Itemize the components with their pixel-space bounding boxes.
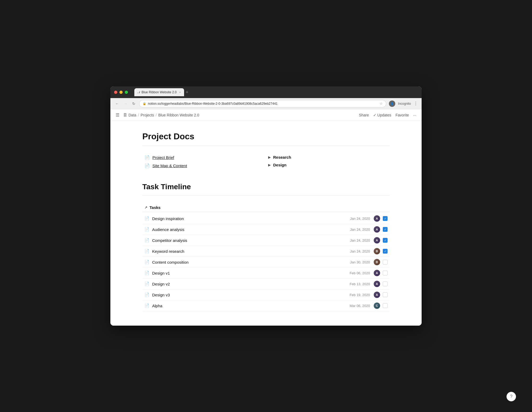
table-row[interactable]: 📄 Design v1 Feb 06, 2020 A xyxy=(142,268,390,279)
toolbar-actions: Share ✓ Updates Favorite ··· xyxy=(359,113,416,117)
task-name: Design inspiration xyxy=(152,216,350,221)
sitemap-label: Site Map & Content xyxy=(152,163,187,168)
tasks-header[interactable]: ↗ Tasks xyxy=(142,203,390,212)
docs-grid: 📄 Project Brief 📄 Site Map & Content ▶ R… xyxy=(142,153,390,170)
task-doc-icon: 📄 xyxy=(144,227,149,232)
share-btn[interactable]: Share xyxy=(359,113,369,117)
timeline-divider xyxy=(142,195,390,196)
tab-bar: 𝒩 Blue Ribbon Website 2.0 × + xyxy=(134,88,188,96)
breadcrumb-projects[interactable]: Projects xyxy=(140,113,154,117)
doc-icon-brief: 📄 xyxy=(144,155,150,160)
research-toggle[interactable]: ▶ Research xyxy=(266,153,390,161)
task-date: Jan 24, 2020 xyxy=(350,217,370,221)
task-doc-icon: 📄 xyxy=(144,271,149,275)
task-name: Design v1 xyxy=(152,271,350,275)
profile-icon[interactable]: 👤 xyxy=(389,100,395,107)
updates-btn[interactable]: ✓ Updates xyxy=(373,113,391,117)
breadcrumb-sep-2: / xyxy=(156,113,157,117)
external-link-icon: ↗ xyxy=(144,205,147,209)
tab-close-btn[interactable]: × xyxy=(179,91,181,94)
table-row[interactable]: 📄 Design inspiration Jan 24, 2020 A ✓ xyxy=(142,213,390,224)
profile-avatar-icon: 👤 xyxy=(390,102,394,105)
table-row[interactable]: 📄 Alpha Mar 06, 2020 C xyxy=(142,300,390,311)
active-tab[interactable]: 𝒩 Blue Ribbon Website 2.0 × xyxy=(134,88,184,96)
task-doc-icon: 📄 xyxy=(144,260,149,264)
browser-window: 𝒩 Blue Ribbon Website 2.0 × + ← → ↻ 🔒 no… xyxy=(110,86,422,326)
incognito-label: Incognito xyxy=(398,102,411,106)
table-row[interactable]: 📄 Keyword research Jan 24, 2020 B ✓ xyxy=(142,246,390,257)
task-checkbox[interactable] xyxy=(383,303,388,308)
maximize-traffic-light[interactable] xyxy=(125,91,128,94)
task-date: Feb 13, 2020 xyxy=(350,282,370,286)
task-doc-icon: 📄 xyxy=(144,216,149,221)
task-checkbox[interactable]: ✓ xyxy=(383,227,388,232)
table-row[interactable]: 📄 Audience analysis Jan 24, 2020 A ✓ xyxy=(142,224,390,235)
task-doc-icon: 📄 xyxy=(144,281,149,286)
breadcrumb-data[interactable]: Data xyxy=(128,113,136,117)
docs-right-col: ▶ Research ▶ Design xyxy=(266,153,390,170)
sitemap-link[interactable]: 📄 Site Map & Content xyxy=(142,162,266,170)
checkmark-icon: ✓ xyxy=(373,113,376,117)
task-doc-icon: 📄 xyxy=(144,249,149,254)
task-date: Jan 30, 2020 xyxy=(350,260,370,264)
task-name: Design v2 xyxy=(152,282,350,286)
table-row[interactable]: 📄 Competitor analysis Jan 24, 2020 A ✓ xyxy=(142,235,390,246)
sidebar-toggle-icon[interactable]: ☰ xyxy=(116,112,119,117)
browser-menu-btn[interactable]: ⋮ xyxy=(414,101,418,106)
breadcrumb-current[interactable]: Blue Ribbon Website 2.0 xyxy=(158,113,199,117)
table-row[interactable]: 📄 Design v3 Feb 19, 2020 A xyxy=(142,289,390,300)
project-brief-link[interactable]: 📄 Project Brief xyxy=(142,153,266,162)
tasks-header-label: Tasks xyxy=(149,205,160,210)
task-name: Audience analysis xyxy=(152,227,350,232)
task-name: Alpha xyxy=(152,304,350,308)
task-name: Content composition xyxy=(152,260,350,264)
task-checkbox[interactable]: ✓ xyxy=(383,216,388,221)
notion-icon: 𝒩 xyxy=(138,91,140,94)
design-toggle[interactable]: ▶ Design xyxy=(266,161,390,169)
new-tab-btn[interactable]: + xyxy=(186,90,189,95)
breadcrumb: 🗄 Data / Projects / Blue Ribbon Website … xyxy=(123,113,357,117)
avatar: A xyxy=(374,270,380,276)
task-doc-icon: 📄 xyxy=(144,238,149,243)
design-arrow-icon: ▶ xyxy=(268,163,271,167)
favorite-btn[interactable]: Favorite xyxy=(396,113,409,117)
doc-icon-sitemap: 📄 xyxy=(144,163,150,168)
task-date: Feb 19, 2020 xyxy=(350,293,370,297)
task-checkbox[interactable] xyxy=(383,260,388,264)
forward-btn[interactable]: → xyxy=(123,100,128,107)
task-list: 📄 Design inspiration Jan 24, 2020 A ✓ 📄 … xyxy=(142,213,390,311)
task-checkbox[interactable] xyxy=(383,271,388,275)
avatar: A xyxy=(374,281,380,287)
design-label: Design xyxy=(273,163,286,167)
table-row[interactable]: 📄 Content composition Jan 30, 2020 B xyxy=(142,257,390,268)
task-checkbox[interactable] xyxy=(383,281,388,286)
close-traffic-light[interactable] xyxy=(114,91,117,94)
task-checkbox[interactable] xyxy=(383,292,388,297)
task-checkbox[interactable]: ✓ xyxy=(383,238,388,243)
avatar: C xyxy=(374,302,380,309)
avatar: B xyxy=(374,248,380,254)
task-checkbox[interactable]: ✓ xyxy=(383,249,388,254)
task-name: Competitor analysis xyxy=(152,238,350,243)
url-bar[interactable]: 🔒 notion.so/loggerheadlabs/Blue-Ribbon-W… xyxy=(139,100,386,107)
lock-icon: 🔒 xyxy=(143,102,146,105)
minimize-traffic-light[interactable] xyxy=(119,91,123,94)
avatar: B xyxy=(374,259,380,265)
tab-label: Blue Ribbon Website 2.0 xyxy=(142,90,177,94)
task-date: Mar 06, 2020 xyxy=(350,304,370,308)
avatar: A xyxy=(374,226,380,233)
task-date: Jan 24, 2020 xyxy=(350,238,370,242)
reload-btn[interactable]: ↻ xyxy=(131,100,136,107)
table-row[interactable]: 📄 Design v2 Feb 13, 2020 A xyxy=(142,279,390,289)
breadcrumb-sep-1: / xyxy=(138,113,139,117)
back-btn[interactable]: ← xyxy=(114,100,120,107)
updates-label: Updates xyxy=(377,113,391,117)
title-bar: 𝒩 Blue Ribbon Website 2.0 × + xyxy=(110,86,422,98)
avatar: A xyxy=(374,237,380,243)
task-doc-icon: 📄 xyxy=(144,303,149,308)
research-arrow-icon: ▶ xyxy=(268,155,271,159)
bookmark-icon[interactable]: ☆ xyxy=(380,102,383,106)
project-brief-label: Project Brief xyxy=(152,155,174,160)
task-doc-icon: 📄 xyxy=(144,292,149,297)
more-btn[interactable]: ··· xyxy=(413,113,416,117)
